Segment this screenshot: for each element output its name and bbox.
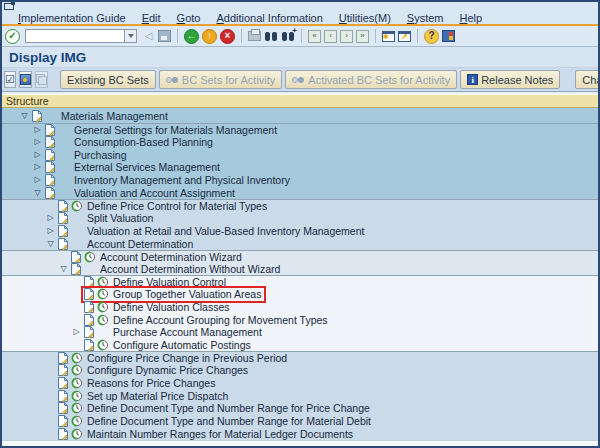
- menu-item-utilities-m[interactable]: Utilities(M): [331, 12, 399, 24]
- expand-triangle-icon[interactable]: ▷: [31, 176, 44, 184]
- tree-item-label[interactable]: Configure Automatic Postings: [113, 339, 251, 351]
- img-doc-icon[interactable]: [83, 326, 97, 338]
- img-activity-icon[interactable]: [71, 377, 85, 389]
- tree-item-label[interactable]: Inventory Management and Physical Invent…: [74, 174, 290, 186]
- collapse-triangle-icon[interactable]: ▽: [57, 265, 70, 273]
- img-doc-icon[interactable]: [57, 390, 71, 402]
- tree-item-label[interactable]: Set up Material Price Dispatch: [87, 390, 228, 402]
- command-input[interactable]: [25, 29, 125, 43]
- help-icon[interactable]: ?: [424, 29, 439, 44]
- img-activity-icon[interactable]: [97, 288, 111, 300]
- tree-row[interactable]: Define Price Control for Material Types: [2, 199, 598, 212]
- collapse-triangle-icon[interactable]: ▽: [31, 189, 44, 197]
- position-icon[interactable]: [19, 71, 32, 88]
- menu-item-additional-information[interactable]: Additional Information: [208, 12, 330, 24]
- customize-layout-icon[interactable]: [442, 30, 455, 42]
- img-doc-icon[interactable]: [57, 225, 71, 237]
- img-activity-icon[interactable]: [71, 364, 85, 376]
- tree-item-label[interactable]: Define Valuation Classes: [113, 301, 230, 313]
- tree-item-label[interactable]: Split Valuation: [87, 212, 153, 224]
- first-page-icon[interactable]: «: [308, 30, 321, 43]
- back-triangle-icon[interactable]: ◁: [142, 29, 155, 44]
- tree-row[interactable]: Configure Dynamic Price Changes: [2, 364, 598, 377]
- expand-triangle-icon[interactable]: ▷: [44, 227, 57, 235]
- tree-item-label[interactable]: General Settings for Materials Managemen…: [74, 124, 277, 136]
- img-activity-icon[interactable]: [97, 339, 111, 351]
- expand-triangle-icon[interactable]: ▷: [31, 138, 44, 146]
- tree-item-label[interactable]: Define Valuation Control: [113, 276, 226, 288]
- expand-triangle-icon[interactable]: ▷: [31, 126, 44, 134]
- find-next-icon[interactable]: [281, 31, 295, 42]
- tree-item-label[interactable]: Materials Management: [61, 110, 168, 122]
- tree-row[interactable]: ▷General Settings for Materials Manageme…: [2, 123, 598, 136]
- last-page-icon[interactable]: »: [356, 30, 369, 43]
- tree-item-label[interactable]: Configure Dynamic Price Changes: [87, 364, 248, 376]
- img-doc-icon[interactable]: [44, 124, 58, 136]
- tree-row[interactable]: Define Valuation Control: [2, 275, 598, 288]
- img-activity-icon[interactable]: [84, 251, 98, 263]
- tree-row[interactable]: Reasons for Price Changes: [2, 377, 598, 390]
- img-doc-icon[interactable]: [44, 149, 58, 161]
- img-activity-icon[interactable]: [97, 276, 111, 288]
- menu-item-help[interactable]: Help: [452, 12, 491, 24]
- tree-item-label[interactable]: Define Document Type and Number Range fo…: [87, 415, 371, 427]
- button-change-log[interactable]: Change Log: [575, 70, 600, 89]
- tree-item-label[interactable]: Purchasing: [74, 149, 127, 161]
- tree-row[interactable]: ▷Purchase Account Management: [2, 326, 598, 339]
- img-doc-icon[interactable]: [57, 402, 71, 414]
- img-doc-icon[interactable]: [31, 110, 45, 122]
- tree-item-label[interactable]: Account Determination Without Wizard: [100, 263, 280, 275]
- tree-item-label[interactable]: Maintain Number Ranges for Material Ledg…: [87, 428, 353, 440]
- img-doc-icon[interactable]: [57, 364, 71, 376]
- menu-item-goto[interactable]: Goto: [169, 12, 209, 24]
- tree-item-label[interactable]: Define Price Control for Material Types: [87, 200, 267, 212]
- tree-item-label[interactable]: External Services Management: [74, 161, 220, 173]
- tree-item-label[interactable]: Consumption-Based Planning: [74, 136, 213, 148]
- tree-item-label[interactable]: Valuation and Account Assignment: [74, 187, 235, 199]
- img-activity-icon[interactable]: [71, 428, 85, 440]
- img-doc-icon[interactable]: [57, 200, 71, 212]
- tree-item-label[interactable]: Configure Price Change in Previous Perio…: [87, 352, 287, 364]
- img-activity-icon[interactable]: [71, 352, 85, 364]
- expand-triangle-icon[interactable]: ▷: [31, 151, 44, 159]
- tree-row[interactable]: Set up Material Price Dispatch: [2, 389, 598, 402]
- tree-item-label[interactable]: Group Together Valuation Areas: [113, 288, 261, 300]
- img-doc-icon[interactable]: [57, 428, 71, 440]
- tree-row[interactable]: ▷Purchasing: [2, 148, 598, 161]
- tree-row[interactable]: Define Valuation Classes: [2, 301, 598, 314]
- menu-item-implementation-guide[interactable]: Implementation Guide: [10, 12, 134, 24]
- tree-row[interactable]: ▷External Services Management: [2, 161, 598, 174]
- expand-triangle-icon[interactable]: ▷: [44, 214, 57, 222]
- tree-item-label[interactable]: Account Determination Wizard: [100, 251, 242, 263]
- img-doc-icon[interactable]: [83, 339, 97, 351]
- img-doc-icon[interactable]: [44, 174, 58, 186]
- tree-item-label[interactable]: Reasons for Price Changes: [87, 377, 215, 389]
- menu-item-edit[interactable]: Edit: [134, 12, 169, 24]
- exit-icon[interactable]: ↑: [202, 29, 217, 44]
- img-doc-icon[interactable]: [44, 161, 58, 173]
- collapse-triangle-icon[interactable]: ▽: [44, 240, 57, 248]
- img-doc-icon[interactable]: [57, 352, 71, 364]
- checked-box-icon[interactable]: ☑: [4, 71, 16, 88]
- tree-item-label[interactable]: Valuation at Retail and Value-Based Inve…: [87, 225, 364, 237]
- img-doc-icon[interactable]: [57, 212, 71, 224]
- img-doc-icon[interactable]: [57, 415, 71, 427]
- img-doc-icon[interactable]: [44, 187, 58, 199]
- img-doc-icon[interactable]: [83, 288, 97, 300]
- print-icon[interactable]: [248, 31, 261, 41]
- img-activity-icon[interactable]: [71, 402, 85, 414]
- command-history-icon[interactable]: [125, 29, 137, 43]
- img-doc-icon[interactable]: [83, 314, 97, 326]
- tree-item-label[interactable]: Define Document Type and Number Range fo…: [87, 402, 370, 414]
- img-activity-icon[interactable]: [71, 200, 85, 212]
- tree-row[interactable]: ▽Account Determination: [2, 237, 598, 250]
- img-doc-icon[interactable]: [57, 238, 71, 250]
- tree-item-label[interactable]: Account Determination: [87, 238, 193, 250]
- expand-triangle-icon[interactable]: ▷: [31, 163, 44, 171]
- tree-item-label[interactable]: Define Account Grouping for Movement Typ…: [113, 314, 328, 326]
- img-doc-icon[interactable]: [70, 251, 84, 263]
- button-existing-bc-sets[interactable]: Existing BC Sets: [60, 70, 156, 89]
- button-release-notes[interactable]: Release Notes: [460, 70, 560, 89]
- save-icon[interactable]: [158, 30, 171, 42]
- img-doc-icon[interactable]: [83, 301, 97, 313]
